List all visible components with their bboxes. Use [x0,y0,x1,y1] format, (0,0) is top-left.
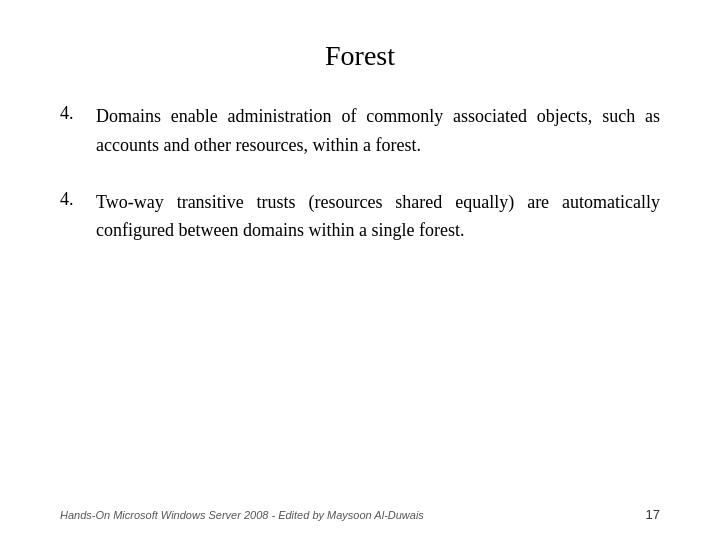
bullet-number-2: 4. [60,188,88,210]
footer-page-number: 17 [646,507,660,522]
bullet-text-1: Domains enable administration of commonl… [96,102,660,160]
slide-footer: Hands-On Microsoft Windows Server 2008 -… [60,507,660,522]
footer-credit: Hands-On Microsoft Windows Server 2008 -… [60,509,424,521]
bullet-item-1: 4. Domains enable administration of comm… [60,102,660,160]
slide: Forest 4. Domains enable administration … [0,0,720,540]
bullet-item-2: 4. Two-way transitive trusts (resources … [60,188,660,246]
content-area: 4. Domains enable administration of comm… [60,102,660,245]
bullet-text-2: Two-way transitive trusts (resources sha… [96,188,660,246]
bullet-number-1: 4. [60,102,88,124]
slide-title: Forest [60,40,660,72]
